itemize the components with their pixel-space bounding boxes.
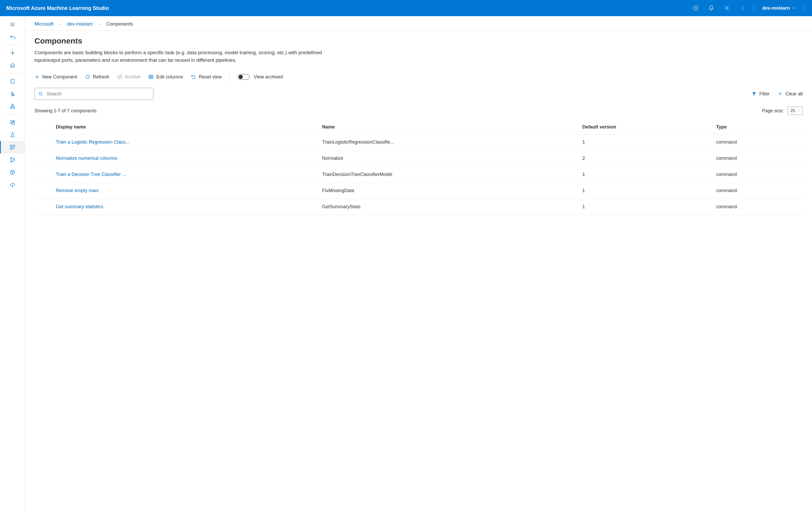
more-button[interactable] (736, 2, 749, 14)
row-select[interactable] (34, 183, 53, 199)
clear-all-button[interactable]: Clear all (778, 91, 803, 97)
search-box[interactable] (34, 88, 153, 100)
sidebar-item-jobs[interactable] (0, 129, 25, 141)
sidebar-item-new[interactable] (0, 47, 25, 59)
sidebar-item-pipelines[interactable] (0, 154, 25, 166)
refresh-label: Refresh (93, 74, 109, 80)
components-table: Display name Name Default version Type T… (34, 120, 803, 215)
breadcrumb-workspace[interactable]: dev-mslearn (67, 21, 93, 27)
page-size-label: Page size: (762, 108, 784, 114)
sidebar-divider-3 (3, 114, 22, 114)
sidebar-divider-1 (3, 45, 22, 45)
row-default-version: 1 (579, 167, 713, 183)
sidebar-item-home[interactable] (0, 59, 25, 72)
pipeline-icon (10, 157, 15, 163)
filter-icon (751, 91, 757, 96)
chevron-down-icon (792, 6, 795, 10)
row-select[interactable] (34, 199, 53, 215)
sidebar-item-data[interactable] (0, 116, 25, 129)
row-select[interactable] (34, 134, 53, 150)
svg-point-25 (10, 161, 11, 162)
gear-icon (724, 5, 730, 11)
table-row[interactable]: Get summary statistics GetSummaryStats 1… (34, 199, 803, 215)
workspace-name: dev-mslearn (762, 5, 790, 11)
svg-rect-15 (12, 104, 13, 106)
hamburger-icon (10, 23, 15, 26)
table-row[interactable]: Normalize numerical columns Normalize 2 … (34, 150, 803, 167)
filter-button[interactable]: Filter (751, 91, 770, 97)
new-component-label: New Component (42, 74, 77, 80)
svg-point-2 (742, 6, 743, 7)
cube-icon (10, 169, 15, 175)
header-divider-2 (804, 4, 804, 12)
svg-point-1 (726, 7, 728, 9)
svg-point-36 (39, 92, 42, 95)
filter-actions: Filter Clear all (751, 91, 803, 97)
svg-point-20 (13, 121, 14, 122)
sidebar-item-back[interactable] (0, 31, 25, 43)
new-component-button[interactable]: New Component (34, 74, 77, 80)
breadcrumb-root[interactable]: Microsoft (34, 21, 54, 27)
row-display-name[interactable]: Remove empty rows (53, 183, 319, 199)
table-row[interactable]: Train a Logistic Regression Class... Tra… (34, 134, 803, 150)
sidebar-item-endpoints[interactable] (0, 178, 25, 191)
row-display-name[interactable]: Normalize numerical columns (53, 150, 319, 167)
search-input[interactable] (46, 91, 150, 97)
row-select[interactable] (34, 167, 53, 183)
notifications-button[interactable] (705, 2, 718, 14)
close-icon (778, 91, 783, 96)
page-description: Components are basic building blocks to … (34, 49, 342, 64)
table-row[interactable]: Train a Decision Tree Classifier ... Tra… (34, 167, 803, 183)
row-name: FixMissingData (319, 183, 579, 199)
view-archived-toggle[interactable] (237, 74, 250, 80)
row-name: Normalize (319, 150, 579, 167)
sidebar-item-notebooks[interactable] (0, 75, 25, 88)
app-header: Microsoft Azure Machine Learning Studio … (0, 0, 812, 16)
row-default-version: 2 (579, 150, 713, 167)
page-title: Components (34, 36, 803, 45)
workspace-switcher[interactable]: dev-mslearn (758, 2, 799, 14)
reset-view-button[interactable]: Reset view (191, 74, 222, 80)
reset-view-label: Reset view (199, 74, 222, 80)
page-size-select[interactable]: 25 (787, 107, 803, 115)
table-row[interactable]: Remove empty rows FixMissingData 1 comma… (34, 183, 803, 199)
row-display-name[interactable]: Train a Logistic Regression Class... (53, 134, 319, 150)
row-display-name[interactable]: Get summary statistics (53, 199, 319, 215)
settings-button[interactable] (721, 2, 733, 14)
toolbar-divider (229, 73, 230, 81)
table-header-type[interactable]: Type (713, 120, 803, 134)
row-display-name[interactable]: Train a Decision Tree Classifier ... (53, 167, 319, 183)
data-icon (10, 120, 15, 125)
cloud-arrow-icon (10, 182, 15, 188)
header-actions: dev-mslearn (689, 2, 806, 14)
svg-rect-17 (13, 107, 14, 109)
sidebar-item-components[interactable] (0, 141, 25, 154)
row-select[interactable] (34, 150, 53, 167)
undo-icon (191, 74, 196, 79)
hierarchy-icon (10, 103, 15, 109)
edit-columns-button[interactable]: Edit columns (149, 74, 183, 80)
filter-label: Filter (759, 91, 770, 97)
flask-icon (10, 132, 15, 138)
breadcrumb-bar: Microsoft dev-mslearn Components (25, 16, 812, 31)
sidebar-item-models[interactable] (0, 166, 25, 178)
svg-rect-22 (13, 145, 14, 147)
row-default-version: 1 (579, 199, 713, 215)
refresh-button[interactable]: Refresh (85, 74, 109, 80)
sidebar-item-designer[interactable] (0, 100, 25, 112)
table-header-default-version[interactable]: Default version (579, 120, 713, 134)
row-type: command (713, 150, 803, 167)
more-vertical-icon (740, 5, 746, 11)
sidebar-item-automl[interactable] (0, 88, 25, 100)
columns-icon (149, 74, 154, 79)
table-header-display-name[interactable]: Display name (53, 120, 319, 134)
view-archived-toggle-group: View archived (237, 74, 283, 80)
app-title: Microsoft Azure Machine Learning Studio (6, 5, 689, 11)
recent-button[interactable] (689, 2, 702, 14)
table-header-name[interactable]: Name (319, 120, 579, 134)
table-header-select[interactable] (34, 120, 53, 134)
plus-icon (34, 74, 40, 79)
svg-point-26 (13, 159, 14, 160)
home-icon (10, 63, 15, 68)
sidebar-toggle[interactable] (0, 18, 25, 31)
